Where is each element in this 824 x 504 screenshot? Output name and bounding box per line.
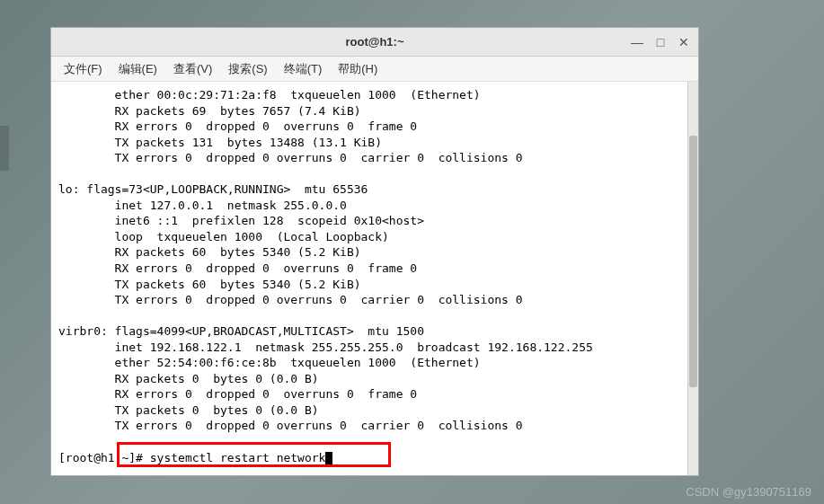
menu-terminal[interactable]: 终端(T) <box>277 58 330 80</box>
menu-edit[interactable]: 编辑(E) <box>111 58 164 80</box>
menu-search[interactable]: 搜索(S) <box>221 58 274 80</box>
prompt: [root@h1 ~]# <box>58 451 150 464</box>
menu-file[interactable]: 文件(F) <box>57 58 110 80</box>
watermark: CSDN @gy1390751169 <box>686 485 811 499</box>
titlebar[interactable]: root@h1:~ — □ ✕ <box>51 28 698 57</box>
terminal-content[interactable]: ether 00:0c:29:71:2a:f8 txqueuelen 1000 … <box>51 82 698 475</box>
command-text: systemctl restart network <box>150 451 326 464</box>
terminal-window: root@h1:~ — □ ✕ 文件(F) 编辑(E) 查看(V) 搜索(S) … <box>50 27 699 476</box>
menu-help[interactable]: 帮助(H) <box>331 58 385 80</box>
menu-view[interactable]: 查看(V) <box>166 58 219 80</box>
close-button[interactable]: ✕ <box>673 33 695 51</box>
minimize-button[interactable]: — <box>626 33 648 51</box>
window-controls: — □ ✕ <box>626 33 695 51</box>
cursor-icon <box>325 452 332 464</box>
menubar: 文件(F) 编辑(E) 查看(V) 搜索(S) 终端(T) 帮助(H) <box>51 57 698 82</box>
scrollbar[interactable] <box>687 82 698 475</box>
scroll-thumb[interactable] <box>689 136 697 387</box>
window-title: root@h1:~ <box>345 35 403 49</box>
maximize-button[interactable]: □ <box>650 33 671 51</box>
desktop-side-shadow <box>0 126 9 171</box>
terminal-output: ether 00:0c:29:71:2a:f8 txqueuelen 1000 … <box>58 87 691 450</box>
